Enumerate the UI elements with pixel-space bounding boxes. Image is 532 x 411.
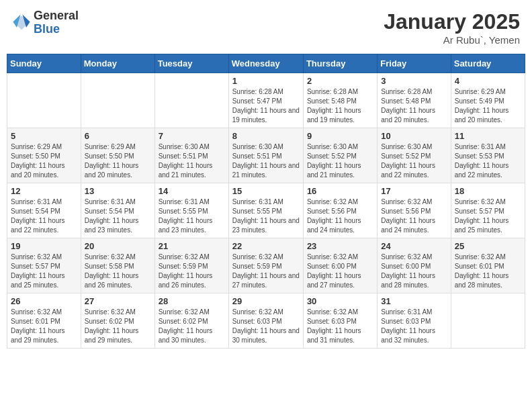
calendar-cell: 22Sunrise: 6:32 AM Sunset: 5:59 PM Dayli… [228,238,303,293]
day-info: Sunrise: 6:32 AM Sunset: 6:03 PM Dayligh… [232,308,300,345]
day-number: 20 [85,241,151,251]
calendar-cell: 24Sunrise: 6:32 AM Sunset: 6:00 PM Dayli… [378,238,451,293]
day-info: Sunrise: 6:32 AM Sunset: 5:59 PM Dayligh… [232,253,300,290]
day-info: Sunrise: 6:32 AM Sunset: 6:03 PM Dayligh… [307,308,373,345]
calendar-title: January 2025 [384,9,520,34]
day-info: Sunrise: 6:32 AM Sunset: 5:57 PM Dayligh… [11,253,77,290]
day-number: 21 [159,241,225,251]
calendar-table: SundayMondayTuesdayWednesdayThursdayFrid… [7,54,525,349]
calendar-cell: 9Sunrise: 6:30 AM Sunset: 5:52 PM Daylig… [303,128,377,183]
calendar-cell: 23Sunrise: 6:32 AM Sunset: 6:00 PM Dayli… [303,238,377,293]
day-info: Sunrise: 6:31 AM Sunset: 5:54 PM Dayligh… [11,197,77,235]
calendar-cell: 27Sunrise: 6:32 AM Sunset: 6:02 PM Dayli… [81,293,154,349]
day-info: Sunrise: 6:32 AM Sunset: 5:58 PM Dayligh… [85,253,151,290]
day-number: 22 [232,241,300,251]
logo-icon [12,13,31,32]
day-number: 29 [232,296,300,306]
day-number: 30 [307,296,373,306]
weekday-header: Wednesday [228,54,303,73]
logo-blue: Blue [34,23,79,36]
calendar-cell [451,293,525,349]
calendar-cell [7,73,81,128]
logo: General Blue [12,9,79,36]
day-number: 25 [455,241,521,251]
weekday-header: Friday [378,54,451,73]
weekday-header: Thursday [303,54,377,73]
day-number: 11 [455,131,521,141]
weekday-header: Sunday [7,54,81,73]
day-number: 7 [159,131,225,141]
day-info: Sunrise: 6:32 AM Sunset: 5:56 PM Dayligh… [307,197,373,235]
day-info: Sunrise: 6:31 AM Sunset: 5:55 PM Dayligh… [232,197,300,235]
calendar-cell: 29Sunrise: 6:32 AM Sunset: 6:03 PM Dayli… [228,293,303,349]
calendar-week-row: 26Sunrise: 6:32 AM Sunset: 6:01 PM Dayli… [7,293,525,349]
day-info: Sunrise: 6:32 AM Sunset: 6:00 PM Dayligh… [307,253,373,290]
logo-text: General Blue [34,9,79,36]
calendar-header-row: SundayMondayTuesdayWednesdayThursdayFrid… [7,54,525,73]
day-info: Sunrise: 6:29 AM Sunset: 5:50 PM Dayligh… [11,142,77,180]
day-number: 6 [85,131,151,141]
calendar-cell: 13Sunrise: 6:31 AM Sunset: 5:54 PM Dayli… [81,183,154,238]
calendar-cell: 26Sunrise: 6:32 AM Sunset: 6:01 PM Dayli… [7,293,81,349]
day-info: Sunrise: 6:31 AM Sunset: 5:53 PM Dayligh… [455,142,521,180]
day-info: Sunrise: 6:32 AM Sunset: 6:02 PM Dayligh… [85,308,151,345]
day-number: 5 [11,131,77,141]
day-number: 16 [307,186,373,196]
calendar-body: 1Sunrise: 6:28 AM Sunset: 5:47 PM Daylig… [7,73,525,349]
day-info: Sunrise: 6:32 AM Sunset: 6:01 PM Dayligh… [455,253,521,290]
day-number: 31 [381,296,447,306]
day-info: Sunrise: 6:32 AM Sunset: 5:59 PM Dayligh… [159,253,225,290]
weekday-header: Tuesday [154,54,228,73]
day-info: Sunrise: 6:30 AM Sunset: 5:51 PM Dayligh… [159,142,225,180]
calendar-cell: 25Sunrise: 6:32 AM Sunset: 6:01 PM Dayli… [451,238,525,293]
day-info: Sunrise: 6:28 AM Sunset: 5:48 PM Dayligh… [381,87,447,125]
calendar-week-row: 1Sunrise: 6:28 AM Sunset: 5:47 PM Daylig… [7,73,525,128]
day-number: 26 [11,296,77,306]
day-number: 19 [11,241,77,251]
day-number: 23 [307,241,373,251]
day-info: Sunrise: 6:31 AM Sunset: 5:55 PM Dayligh… [159,197,225,235]
day-number: 2 [307,76,373,86]
calendar-week-row: 5Sunrise: 6:29 AM Sunset: 5:50 PM Daylig… [7,128,525,183]
calendar-cell: 19Sunrise: 6:32 AM Sunset: 5:57 PM Dayli… [7,238,81,293]
day-info: Sunrise: 6:28 AM Sunset: 5:48 PM Dayligh… [307,87,373,125]
day-number: 8 [232,131,300,141]
day-number: 1 [232,76,300,86]
day-number: 24 [381,241,447,251]
calendar-cell: 11Sunrise: 6:31 AM Sunset: 5:53 PM Dayli… [451,128,525,183]
calendar-cell: 2Sunrise: 6:28 AM Sunset: 5:48 PM Daylig… [303,73,377,128]
day-info: Sunrise: 6:30 AM Sunset: 5:51 PM Dayligh… [232,142,300,180]
day-number: 14 [159,186,225,196]
logo-general: General [34,9,79,23]
calendar-cell: 10Sunrise: 6:30 AM Sunset: 5:52 PM Dayli… [378,128,451,183]
calendar-cell: 20Sunrise: 6:32 AM Sunset: 5:58 PM Dayli… [81,238,154,293]
calendar-cell: 3Sunrise: 6:28 AM Sunset: 5:48 PM Daylig… [378,73,451,128]
day-info: Sunrise: 6:32 AM Sunset: 5:56 PM Dayligh… [381,197,447,235]
calendar-week-row: 19Sunrise: 6:32 AM Sunset: 5:57 PM Dayli… [7,238,525,293]
day-number: 13 [85,186,151,196]
calendar-cell: 1Sunrise: 6:28 AM Sunset: 5:47 PM Daylig… [228,73,303,128]
calendar-cell: 16Sunrise: 6:32 AM Sunset: 5:56 PM Dayli… [303,183,377,238]
calendar-cell: 28Sunrise: 6:32 AM Sunset: 6:02 PM Dayli… [154,293,228,349]
calendar-cell [81,73,154,128]
day-number: 3 [381,76,447,86]
calendar-cell: 15Sunrise: 6:31 AM Sunset: 5:55 PM Dayli… [228,183,303,238]
day-info: Sunrise: 6:31 AM Sunset: 6:03 PM Dayligh… [381,308,447,345]
calendar-cell: 14Sunrise: 6:31 AM Sunset: 5:55 PM Dayli… [154,183,228,238]
calendar-cell [154,73,228,128]
weekday-header: Monday [81,54,154,73]
day-number: 18 [455,186,521,196]
day-info: Sunrise: 6:30 AM Sunset: 5:52 PM Dayligh… [381,142,447,180]
page-header: General Blue January 2025 Ar Rubu`, Yeme… [7,7,525,48]
day-number: 4 [455,76,521,86]
day-number: 17 [381,186,447,196]
day-info: Sunrise: 6:32 AM Sunset: 5:57 PM Dayligh… [455,197,521,235]
calendar-cell: 30Sunrise: 6:32 AM Sunset: 6:03 PM Dayli… [303,293,377,349]
weekday-header: Saturday [451,54,525,73]
calendar-cell: 18Sunrise: 6:32 AM Sunset: 5:57 PM Dayli… [451,183,525,238]
day-info: Sunrise: 6:31 AM Sunset: 5:54 PM Dayligh… [85,197,151,235]
calendar-cell: 12Sunrise: 6:31 AM Sunset: 5:54 PM Dayli… [7,183,81,238]
calendar-cell: 21Sunrise: 6:32 AM Sunset: 5:59 PM Dayli… [154,238,228,293]
day-info: Sunrise: 6:28 AM Sunset: 5:47 PM Dayligh… [232,87,300,125]
day-info: Sunrise: 6:32 AM Sunset: 6:00 PM Dayligh… [381,253,447,290]
